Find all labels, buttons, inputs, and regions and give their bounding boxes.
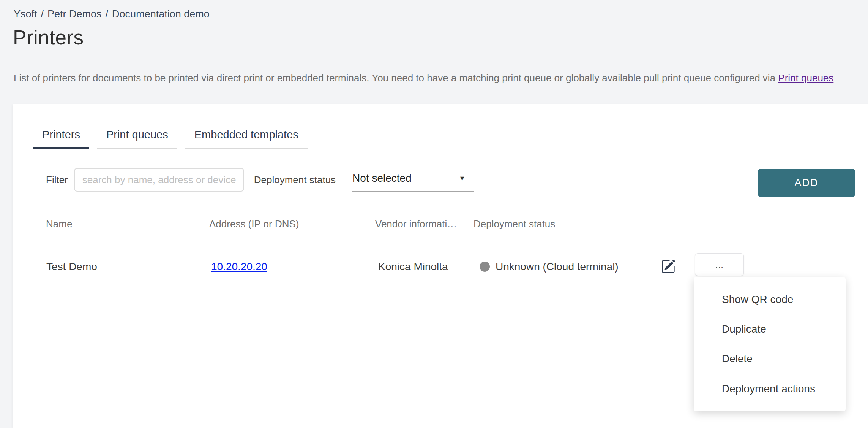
page-description-text: List of printers for documents to be pri… <box>14 72 778 84</box>
print-queues-link[interactable]: Print queues <box>778 72 833 84</box>
printers-card: Printers Print queues Embedded templates… <box>13 104 868 428</box>
menu-item-show-qr-code[interactable]: Show QR code <box>694 285 846 314</box>
table-row: Test Demo 10.20.20.20 Konica Minolta Unk… <box>13 253 868 281</box>
table-header-divider <box>33 243 862 243</box>
printer-address-link[interactable]: 10.20.20.20 <box>211 261 267 273</box>
breadcrumb-link-account[interactable]: Ysoft <box>14 8 37 20</box>
filter-row: Filter Deployment status Not selected ▼ <box>46 167 474 192</box>
printer-vendor: Konica Minolta <box>378 253 448 281</box>
search-input[interactable] <box>74 168 244 192</box>
breadcrumb-link-group[interactable]: Petr Demos <box>47 8 102 20</box>
tab-bar: Printers Print queues Embedded templates <box>33 128 308 149</box>
tab-embedded-templates[interactable]: Embedded templates <box>185 128 308 149</box>
page-description: List of printers for documents to be pri… <box>14 72 833 84</box>
page-title: Printers <box>13 26 84 49</box>
row-actions-context-menu: Show QR code Duplicate Delete Deployment… <box>694 277 846 411</box>
deployment-status-label: Deployment status <box>254 174 336 186</box>
column-header-vendor: Vendor informati… <box>375 218 457 230</box>
column-header-deployment-status: Deployment status <box>473 218 555 230</box>
chevron-down-icon: ▼ <box>459 174 466 182</box>
breadcrumb-link-site[interactable]: Documentation demo <box>112 8 210 20</box>
table-header-row: Name Address (IP or DNS) Vendor informat… <box>13 218 868 231</box>
tab-print-queues[interactable]: Print queues <box>97 128 177 149</box>
tab-printers[interactable]: Printers <box>33 128 89 149</box>
deployment-status-selected-value: Not selected <box>352 172 412 184</box>
breadcrumb-separator: / <box>37 8 48 20</box>
menu-item-delete[interactable]: Delete <box>694 344 846 374</box>
add-printer-button[interactable]: ADD <box>758 169 855 197</box>
printer-name: Test Demo <box>46 253 97 281</box>
printer-deployment-status: Unknown (Cloud terminal) <box>496 253 619 281</box>
row-actions-menu-button[interactable]: ... <box>695 253 744 276</box>
breadcrumb-separator: / <box>102 8 112 20</box>
deployment-status-select[interactable]: Not selected ▼ <box>352 168 474 192</box>
menu-item-deployment-actions[interactable]: Deployment actions <box>694 374 846 404</box>
column-header-address: Address (IP or DNS) <box>209 218 299 230</box>
edit-icon <box>661 269 675 275</box>
printer-address-cell: 10.20.20.20 <box>211 253 267 281</box>
menu-item-duplicate[interactable]: Duplicate <box>694 314 846 344</box>
filter-label: Filter <box>46 174 68 186</box>
status-dot-icon <box>480 262 490 272</box>
edit-printer-button[interactable] <box>660 258 677 275</box>
column-header-name: Name <box>46 218 72 230</box>
breadcrumb: Ysoft/Petr Demos/Documentation demo <box>14 8 210 20</box>
